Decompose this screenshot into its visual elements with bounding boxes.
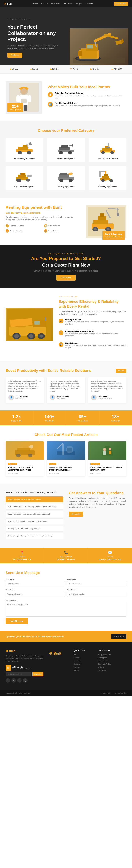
- view-all-button[interactable]: View all: [116, 369, 127, 373]
- get-started-button[interactable]: Get Started: [56, 275, 76, 281]
- articles-grid: Equipment A Closer Look at Specialized M…: [5, 441, 127, 476]
- quicklink-equipment[interactable]: Equipment: [74, 663, 93, 665]
- footer-newsletter-form: Subscribe: [5, 672, 44, 676]
- rent-feature-3: 📤 Reliable Analytics: [5, 229, 42, 232]
- quicklink-contact[interactable]: Contact: [74, 669, 93, 671]
- partner-content: What Makes Built Your Ideal Partner 📋 Ex…: [48, 85, 127, 110]
- get-started-description: Contact us today and get a personalized …: [7, 270, 125, 272]
- category-item-forestry[interactable]: Forestry Equipment: [47, 138, 85, 162]
- social-linkedin-icon[interactable]: in: [17, 678, 22, 683]
- years-label: Years Experience: [9, 109, 21, 111]
- nav-link-contact[interactable]: Contact Us: [84, 3, 94, 5]
- svg-rect-17: [17, 95, 20, 102]
- svg-rect-7: [94, 33, 111, 43]
- support-icon: 💬: [59, 342, 63, 347]
- footer-privacy-link[interactable]: Privacy Policy: [101, 692, 111, 694]
- renting-features: 🔧 Machine on Calling 📊 Powerful Charts 📤…: [5, 224, 81, 232]
- service-support[interactable]: Site Support: [98, 657, 127, 659]
- service-consulting[interactable]: Consulting: [98, 669, 127, 671]
- category-item-handling[interactable]: Handling Equipments: [88, 166, 127, 190]
- faq-item-1[interactable]: How do I initiate the rental booking pro…: [5, 496, 63, 502]
- footer-email-input[interactable]: [5, 672, 31, 676]
- email-group: Your Email: [5, 589, 65, 597]
- renting-title: Renting Equipment with Built: [5, 205, 81, 210]
- categories-grid: Earthmoving Equipment Forestry Equipment: [5, 138, 127, 190]
- service-maintenance[interactable]: Maintenance: [98, 660, 127, 662]
- svg-point-52: [69, 179, 73, 182]
- rent-feat-label-1: Machine on Calling: [10, 225, 24, 227]
- eff-feat-2-title: Equipment Maintenance & Repair: [65, 331, 127, 333]
- categories-title: Choose your Preferred Category: [5, 128, 127, 133]
- partner-image: 25+ Years Experience: [5, 81, 42, 114]
- partner-feature-2: 🔄 Flexible Rental Options Choose from da…: [48, 102, 127, 107]
- svg-point-69: [107, 228, 110, 230]
- category-item-construction[interactable]: Construction Equipment: [88, 138, 127, 162]
- last-name-input[interactable]: [67, 581, 127, 586]
- quicklink-projects[interactable]: Projects: [74, 666, 93, 668]
- message-textarea[interactable]: [5, 602, 127, 617]
- category-item-agricultural[interactable]: Agricultural Equipment: [5, 166, 44, 190]
- form-name-row: First Name Last Name: [5, 579, 127, 586]
- service-training[interactable]: Training: [98, 666, 127, 668]
- faq-browse-button[interactable]: Browse All: [69, 512, 83, 517]
- nav-link-services[interactable]: Our Services: [63, 3, 74, 5]
- svg-point-38: [101, 151, 105, 154]
- eff-feat-3-desc: Our technical team provides on-site supp…: [65, 344, 127, 349]
- nav-logo[interactable]: ⚙ Built: [4, 2, 12, 5]
- nav-cta-button[interactable]: Get a Quote: [114, 2, 128, 6]
- service-delivery[interactable]: Delivery & Pickup: [98, 663, 127, 665]
- category-img-construction: [91, 141, 124, 156]
- stats-bar: 1.2k Happy Clients 140+ Project Done 89+…: [0, 410, 132, 425]
- nav-link-about[interactable]: About Us: [41, 3, 48, 5]
- nav-link-pages[interactable]: Pages: [76, 3, 82, 5]
- footer-terms-link[interactable]: Terms of Service: [114, 692, 127, 694]
- eff-feature-1: 🚚 Delivery & Pickup We deliver and pick …: [59, 318, 127, 328]
- service-rental[interactable]: Equipment Rental: [98, 654, 127, 656]
- quicklink-services[interactable]: Services: [74, 660, 93, 662]
- svg-point-39: [110, 151, 114, 154]
- faq-item-2[interactable]: Can I check the availability of equipmen…: [5, 504, 63, 509]
- social-instagram-icon[interactable]: ig: [23, 678, 27, 683]
- category-item-mining[interactable]: Mining Equipment: [47, 166, 85, 190]
- phone-input[interactable]: [67, 592, 127, 597]
- nav-link-home[interactable]: Home: [33, 3, 38, 5]
- faq-item-6[interactable]: Can I get a quote for my rental before f…: [5, 533, 63, 539]
- get-started-subtitle: Get a Quote Right Now: [7, 262, 125, 268]
- quicklink-about[interactable]: About Us: [74, 657, 93, 659]
- footer-upgrade-button[interactable]: Get Started: [111, 634, 127, 639]
- feature-1-title: Extensive Equipment Catalog: [55, 92, 127, 94]
- article-card-1[interactable]: Equipment A Closer Look at Specialized M…: [5, 441, 44, 476]
- submit-message-button[interactable]: Send Message: [5, 618, 28, 624]
- brand-bright: ◆ Bright: [50, 68, 58, 70]
- footer-services-col: Our Services Equipment Rental Site Suppo…: [98, 649, 127, 683]
- faq-item-4[interactable]: Can I modify or cancel the booking after…: [5, 518, 63, 524]
- footer-upgrade-text: Upgrade your Projects With our Modern Eq…: [5, 635, 63, 638]
- social-facebook-icon[interactable]: f: [5, 678, 10, 683]
- quicklink-home[interactable]: Home: [74, 654, 93, 656]
- nav-link-equipment[interactable]: Equipment: [51, 3, 60, 5]
- faq-list-title: How do I initiate the rental booking pro…: [5, 491, 63, 494]
- brand-bright-label: Bright: [52, 68, 58, 70]
- articles-title: Check Out Our Most Recent Articles: [5, 433, 127, 437]
- form-contact-row: Your Email Your Phone: [5, 589, 127, 597]
- footer-subscribe-button[interactable]: Subscribe: [32, 672, 44, 676]
- newsletter-badge-sub: Services is Available From us: [12, 668, 31, 670]
- hero-cta-button[interactable]: Get Quote: [7, 53, 22, 58]
- category-item-earthmoving[interactable]: Earthmoving Equipment: [5, 138, 44, 162]
- partner-feature-1: 📋 Extensive Equipment Catalog Access a w…: [48, 92, 127, 99]
- faq-item-5[interactable]: Is a deposit required to secure my booki…: [5, 526, 63, 531]
- first-name-input[interactable]: [5, 581, 65, 586]
- contact-box-email: ✉️ Location contact@built.com, Pty: [88, 548, 132, 563]
- social-twitter-icon[interactable]: t: [11, 678, 16, 683]
- feature-2-title: Flexible Rental Options: [55, 102, 120, 104]
- article-card-3[interactable]: Operations Streamlining Operations: Bene…: [88, 441, 127, 476]
- email-input[interactable]: [5, 592, 65, 597]
- faq-item-3[interactable]: What information is required during the …: [5, 511, 63, 517]
- testimonial-2-author: 👤 Jacob Johnson Site Engineer: [50, 395, 82, 400]
- brand-boost-label: boost: [32, 68, 38, 70]
- footer-brand-col: ⚙ Built Upgrade your Projects With our M…: [5, 649, 44, 683]
- svg-point-45: [16, 179, 22, 182]
- article-card-2[interactable]: Industry Innovative Industrial Tools Tra…: [47, 441, 85, 476]
- hero-title: Your Perfect Collaborator on any Project…: [7, 24, 62, 42]
- svg-point-89: [28, 454, 32, 457]
